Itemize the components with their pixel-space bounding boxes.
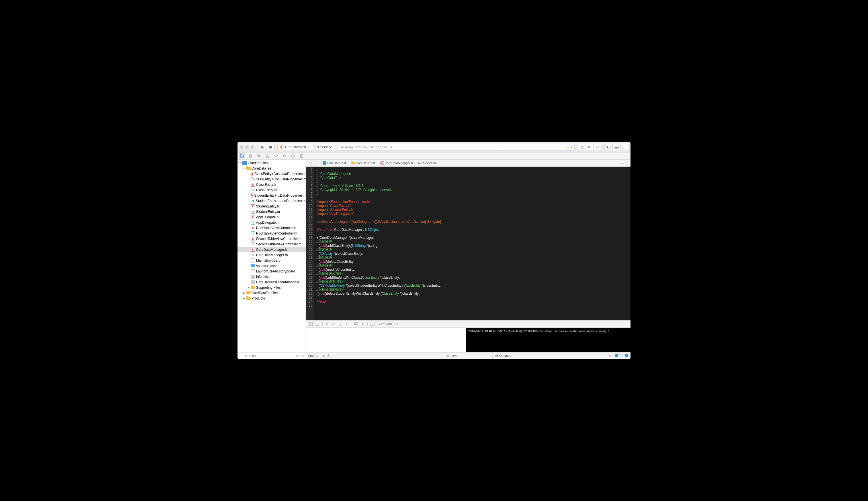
tree-row-file[interactable]: LaunchScreen.storyboard — [238, 268, 306, 274]
tree-row-file[interactable]: mRootTableViewController.m — [238, 231, 306, 236]
tree-row-file[interactable]: mStudentEntity.m — [238, 209, 306, 214]
disclosure-triangle-icon[interactable]: ▶ — [243, 297, 245, 300]
tree-row-file[interactable]: Main.storyboard — [238, 258, 306, 263]
variables-filter-input[interactable] — [451, 354, 490, 358]
issue-navigator-tab[interactable] — [264, 153, 271, 158]
tree-row-tests[interactable]: ▶ CoreDataTestTests — [238, 290, 306, 296]
disclosure-triangle-icon[interactable]: ▶ — [247, 286, 250, 289]
step-out-button[interactable] — [345, 322, 348, 326]
file-icon — [251, 275, 255, 279]
tree-row-supporting[interactable]: ▶ Supporting Files — [238, 285, 306, 290]
breakpoint-navigator-tab[interactable] — [290, 153, 296, 158]
navigator-filter-input[interactable] — [249, 354, 295, 358]
svg-rect-11 — [607, 146, 608, 148]
symbol-navigator-tab[interactable] — [247, 153, 253, 158]
tree-row-file[interactable]: mClassEntity+Cor…ataProperties.m — [238, 177, 306, 182]
variables-view-popup[interactable]: Auto ⌄ — [308, 354, 318, 358]
related-items-button[interactable]: ⊞ — [308, 161, 310, 165]
test-navigator-tab[interactable] — [273, 153, 279, 158]
source-editor[interactable]: 1234567891011121314151617181920212223242… — [306, 167, 630, 320]
step-over-button[interactable] — [332, 322, 336, 326]
console-output-popup[interactable]: All Output ⌄ — [495, 354, 512, 358]
tree-row-file[interactable]: hClassEntity+Cor…ataProperties.h — [238, 171, 306, 177]
standard-editor-button[interactable] — [578, 144, 585, 150]
show-console-pane-button[interactable] — [623, 354, 628, 358]
folder-icon — [246, 297, 251, 300]
tree-row-file[interactable]: hStudentEntity+…DataProperties.h — [238, 193, 306, 198]
print-description-button[interactable]: ⓘ — [327, 354, 330, 358]
disclosure-triangle-icon[interactable]: ▶ — [243, 291, 245, 295]
tree-row-file[interactable]: mAppDelegate.m — [238, 220, 306, 225]
minimize-traffic-light[interactable] — [245, 145, 249, 149]
tree-row-file[interactable]: hCoreDataManager.h — [238, 247, 306, 252]
recent-filter-button[interactable]: ◷ — [296, 354, 299, 358]
run-button[interactable] — [259, 144, 266, 150]
impl-file-icon: m — [251, 242, 255, 246]
tree-row-products[interactable]: ▶ Products — [238, 296, 306, 301]
step-out-icon — [345, 322, 348, 326]
tree-row-project[interactable]: ▼ CoreDataTest — [238, 160, 306, 166]
zoom-traffic-light[interactable] — [251, 145, 254, 149]
tree-row-file[interactable]: mSecondTableViewController.m — [238, 241, 306, 247]
tree-row-file[interactable]: mCoreDataManager.m — [238, 252, 306, 258]
view-hierarchy-button[interactable] — [354, 322, 358, 326]
location-button[interactable] — [361, 322, 364, 326]
breadcrumb-symbol[interactable]: No Selection — [418, 161, 436, 165]
breadcrumb-group[interactable]: CoreDataTest — [351, 161, 375, 165]
warning-triangle-icon: ▲ — [567, 145, 570, 149]
tree-row-file[interactable]: Assets.xcassets — [238, 263, 306, 268]
debug-navigator-tab[interactable] — [281, 153, 288, 158]
console-output[interactable]: 2016-01-12 10:48:48.379 CoreDataTest[822… — [466, 328, 631, 352]
find-navigator-tab[interactable] — [256, 153, 262, 158]
tree-row-file[interactable]: hSecondTableViewController.h — [238, 236, 306, 241]
back-button[interactable]: 〈 — [313, 161, 316, 165]
scm-filter-button[interactable]: ▭ — [301, 354, 304, 358]
scheme-separator: 〉 — [308, 145, 311, 150]
right-panel-toggle[interactable] — [620, 144, 628, 150]
left-panel-toggle[interactable] — [604, 144, 612, 150]
scheme-selector[interactable]: CoreDataTest 〉 iPhone 6s — [277, 144, 335, 150]
forward-button[interactable]: 〉 — [317, 161, 320, 165]
breadcrumb-project[interactable]: CoreDataTest — [323, 161, 346, 165]
tree-row-file[interactable]: hRootTableViewController.h — [238, 225, 306, 231]
version-editor-button[interactable] — [593, 144, 602, 150]
tree-row-file[interactable]: hStudentEntity.h — [238, 203, 306, 209]
quicklook-button[interactable]: ◉ — [322, 354, 325, 358]
continue-button[interactable] — [326, 322, 329, 326]
issue-indicator[interactable]: ▲ 1 — [567, 145, 572, 149]
stop-button[interactable] — [266, 144, 275, 150]
tree-row-group[interactable]: ▼ CoreDataTest — [238, 166, 306, 171]
issues-next-button[interactable]: 〉 — [626, 161, 629, 165]
tree-row-file[interactable]: CoreDataTest.xcdatamodeld — [238, 279, 306, 285]
view-hierarchy-icon — [354, 322, 358, 326]
standard-editor-icon — [580, 146, 584, 148]
show-variables-pane-button[interactable] — [615, 354, 621, 358]
jump-bar[interactable]: ⊞ 〈 〉 CoreDataTest 〉 CoreDataTest 〉 hCor… — [306, 160, 630, 167]
bottom-panel-toggle[interactable] — [612, 144, 620, 150]
tree-row-file[interactable]: mStudentEntity+…ataProperties.m — [238, 198, 306, 203]
breakpoints-toggle[interactable] — [316, 323, 319, 326]
source-text[interactable]: //// CoreDataManager.h// CoreDataTest///… — [314, 167, 441, 320]
issues-prev-button[interactable]: 〈 — [617, 161, 620, 165]
hide-debug-button[interactable] — [308, 322, 313, 326]
project-navigator-tab[interactable] — [239, 153, 245, 158]
variables-pane[interactable] — [306, 328, 466, 352]
project-tree[interactable]: ▼ CoreDataTest ▼ CoreDataTest hClassEnti… — [238, 160, 306, 352]
tree-row-file[interactable]: hAppDelegate.h — [238, 214, 306, 220]
header-file-icon: h — [251, 204, 255, 208]
clear-console-button[interactable]: 🗑 — [608, 354, 612, 358]
step-into-button[interactable] — [339, 322, 342, 326]
tree-row-file[interactable]: hClassEntity.h — [238, 182, 306, 187]
close-traffic-light[interactable] — [240, 145, 243, 149]
disclosure-triangle-icon[interactable]: ▼ — [243, 167, 245, 170]
breadcrumb-file[interactable]: hCoreDataManager.h — [381, 161, 413, 165]
assistant-editor-button[interactable] — [585, 144, 593, 150]
svg-rect-0 — [270, 146, 272, 148]
tree-row-file[interactable]: Info.plist — [238, 274, 306, 279]
tree-row-file[interactable]: mClassEntity.m — [238, 187, 306, 193]
report-navigator-tab[interactable] — [298, 153, 305, 158]
disclosure-triangle-icon[interactable]: ▼ — [239, 162, 241, 164]
bottom-panel-icon — [615, 146, 618, 148]
process-name[interactable]: CoreDataTest — [377, 322, 398, 326]
add-button[interactable]: ＋ — [239, 353, 243, 358]
